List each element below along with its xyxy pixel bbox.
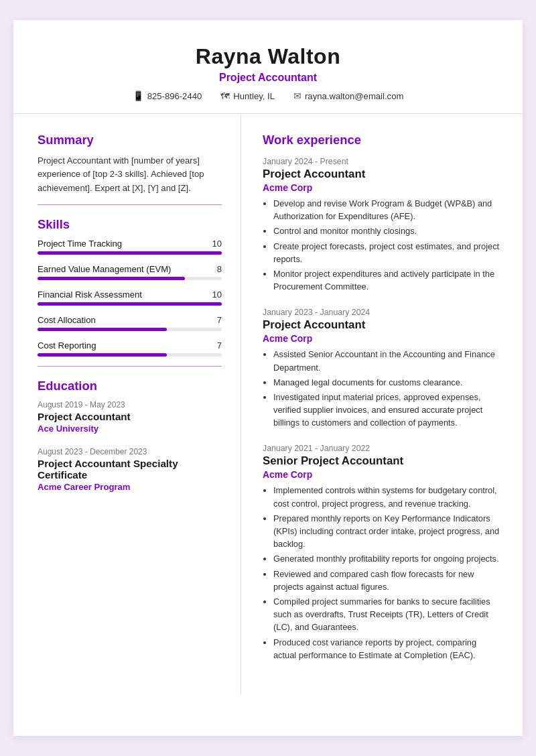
job-bullet: Assisted Senior Accountant in the Accoun… xyxy=(273,348,501,373)
job-bullet: Produced cost variance reports by projec… xyxy=(273,636,501,662)
skill-name: Financial Risk Assessment xyxy=(38,290,142,300)
skill-name: Project Time Tracking xyxy=(38,239,122,249)
skill-item: Cost Allocation 7 xyxy=(38,315,222,331)
job-bullet: Generated monthly profitability reports … xyxy=(273,552,501,565)
job-bullets: Implemented controls within systems for … xyxy=(263,484,501,661)
skill-bar-fill xyxy=(38,251,222,255)
job-bullet: Investigated input material prices, appr… xyxy=(273,391,501,430)
education-list: August 2019 - May 2023 Project Accountan… xyxy=(38,400,222,492)
summary-section: Summary Project Accountant with [number … xyxy=(38,133,222,205)
edu-dates: August 2023 - December 2023 xyxy=(38,447,222,456)
skill-bar-fill xyxy=(38,328,167,331)
job-company: Acme Corp xyxy=(263,333,501,344)
skill-item: Project Time Tracking 10 xyxy=(38,239,222,255)
job-bullet: Monitor project expenditures and activel… xyxy=(273,267,501,293)
location-item: 🗺 Huntley, IL xyxy=(220,90,275,101)
skills-section: Skills Project Time Tracking 10 Earned V… xyxy=(38,217,222,367)
work-experience-title: Work experience xyxy=(263,133,501,147)
summary-text: Project Accountant with [number of years… xyxy=(38,154,222,195)
candidate-name: Rayna Walton xyxy=(40,44,496,69)
skill-item: Earned Value Management (EVM) 8 xyxy=(38,264,222,280)
summary-divider xyxy=(38,204,222,205)
job-dates: January 2024 - Present xyxy=(263,157,501,166)
skill-score: 8 xyxy=(217,264,222,274)
edu-institution: Acme Career Program xyxy=(38,482,222,492)
body-section: Summary Project Accountant with [number … xyxy=(13,114,523,695)
job-title: Project Accountant xyxy=(263,318,501,332)
candidate-title: Project Accountant xyxy=(40,72,496,84)
skill-score: 7 xyxy=(217,315,222,325)
skill-item: Cost Reporting 7 xyxy=(38,340,222,357)
skill-bar-bg xyxy=(38,328,222,331)
right-column: Work experience January 2024 - Present P… xyxy=(241,114,523,695)
phone-item: 📱 825-896-2440 xyxy=(133,90,202,101)
job-bullets: Assisted Senior Accountant in the Accoun… xyxy=(263,348,501,429)
job-dates: January 2021 - January 2022 xyxy=(263,444,501,453)
summary-title: Summary xyxy=(38,133,222,147)
job-item: January 2021 - January 2022 Senior Proje… xyxy=(263,444,501,661)
skill-name: Cost Allocation xyxy=(38,315,96,325)
email-value: rayna.walton@email.com xyxy=(305,91,403,101)
skill-score: 10 xyxy=(212,290,222,300)
education-section: Education August 2019 - May 2023 Project… xyxy=(38,379,222,492)
skill-bar-bg xyxy=(38,302,222,306)
skill-bar-bg xyxy=(38,277,222,280)
email-icon: ✉ xyxy=(293,90,302,101)
skills-list: Project Time Tracking 10 Earned Value Ma… xyxy=(38,239,222,357)
job-company: Acme Corp xyxy=(263,469,501,480)
education-item: August 2023 - December 2023 Project Acco… xyxy=(38,447,222,492)
skill-name: Cost Reporting xyxy=(38,340,96,351)
job-bullet: Compiled project summaries for banks to … xyxy=(273,595,501,634)
job-bullets: Develop and revise Work Program & Budget… xyxy=(263,197,501,293)
skill-bar-fill xyxy=(38,302,222,306)
phone-icon: 📱 xyxy=(133,90,144,101)
edu-degree: Project Accountant Specialty Certificate xyxy=(38,458,222,481)
header-section: Rayna Walton Project Accountant 📱 825-89… xyxy=(13,20,523,114)
skill-bar-fill xyxy=(38,353,167,357)
left-column: Summary Project Accountant with [number … xyxy=(13,114,241,695)
skill-bar-bg xyxy=(38,353,222,357)
skill-item: Financial Risk Assessment 10 xyxy=(38,290,222,306)
skill-score: 7 xyxy=(217,340,222,351)
edu-institution: Ace University xyxy=(38,424,222,434)
job-dates: January 2023 - January 2024 xyxy=(263,308,501,317)
location-value: Huntley, IL xyxy=(233,91,275,101)
edu-degree: Project Accountant xyxy=(38,411,222,422)
skill-bar-fill xyxy=(38,277,185,280)
resume-container: Rayna Walton Project Accountant 📱 825-89… xyxy=(13,20,523,736)
education-title: Education xyxy=(38,379,222,393)
job-bullet: Prepared monthly reports on Key Performa… xyxy=(273,512,501,551)
skills-title: Skills xyxy=(38,217,222,232)
job-bullet: Implemented controls within systems for … xyxy=(273,484,501,509)
contact-row: 📱 825-896-2440 🗺 Huntley, IL ✉ rayna.wal… xyxy=(40,90,496,101)
job-bullet: Develop and revise Work Program & Budget… xyxy=(273,197,501,223)
job-item: January 2024 - Present Project Accountan… xyxy=(263,157,501,293)
job-bullet: Control and monitor monthly closings. xyxy=(273,225,501,237)
education-item: August 2019 - May 2023 Project Accountan… xyxy=(38,400,222,434)
email-item: ✉ rayna.walton@email.com xyxy=(293,90,403,101)
edu-dates: August 2019 - May 2023 xyxy=(38,400,222,410)
jobs-list: January 2024 - Present Project Accountan… xyxy=(263,157,501,662)
skills-divider xyxy=(38,366,222,367)
job-title: Senior Project Accountant xyxy=(263,454,501,468)
skill-name: Earned Value Management (EVM) xyxy=(38,264,171,274)
job-bullet: Create project forecasts, project cost e… xyxy=(273,240,501,265)
job-title: Project Accountant xyxy=(263,168,501,181)
location-icon: 🗺 xyxy=(220,91,230,101)
job-item: January 2023 - January 2024 Project Acco… xyxy=(263,308,501,429)
skill-bar-bg xyxy=(38,251,222,255)
job-bullet: Managed legal documents for customs clea… xyxy=(273,376,501,389)
job-bullet: Reviewed and compared cash flow forecast… xyxy=(273,568,501,593)
skill-score: 10 xyxy=(212,239,222,249)
job-company: Acme Corp xyxy=(263,182,501,193)
phone-value: 825-896-2440 xyxy=(147,91,202,101)
